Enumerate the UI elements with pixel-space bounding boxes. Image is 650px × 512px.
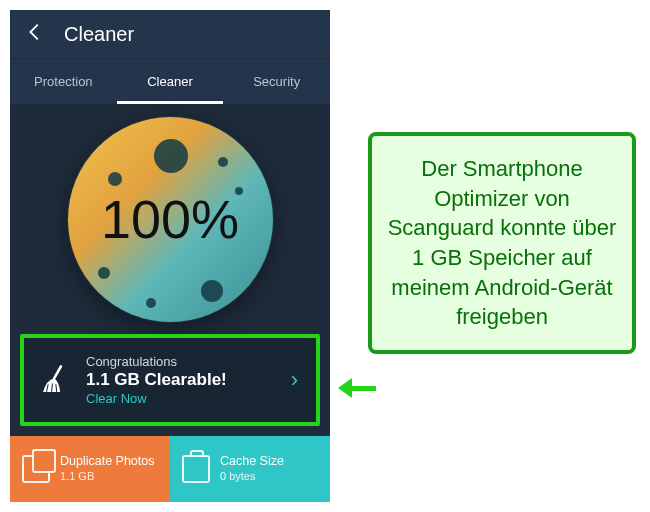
hero: 100% <box>10 104 330 334</box>
back-icon[interactable] <box>24 21 46 47</box>
clear-now-link[interactable]: Clear Now <box>86 391 277 406</box>
tab-cleaner[interactable]: Cleaner <box>117 59 224 104</box>
tile-duplicate-photos[interactable]: Duplicate Photos 1.1 GB <box>10 436 170 502</box>
folder-icon <box>182 455 210 483</box>
progress-disc: 100% <box>68 117 273 322</box>
chevron-right-icon[interactable]: › <box>291 367 302 393</box>
tile-cache-size[interactable]: Cache Size 0 bytes <box>170 436 330 502</box>
tab-security[interactable]: Security <box>223 59 330 104</box>
tab-protection[interactable]: Protection <box>10 59 117 104</box>
page-title: Cleaner <box>64 23 134 46</box>
progress-percent: 100% <box>68 117 273 322</box>
scan-result-text: Congratulations 1.1 GB Clearable! Clear … <box>86 354 277 406</box>
tabs: Protection Cleaner Security <box>10 58 330 104</box>
annotation-arrow <box>338 378 376 398</box>
tile-title: Cache Size <box>220 454 284 470</box>
titlebar: Cleaner <box>10 10 330 58</box>
scan-clearable-value: 1.1 GB Clearable! <box>86 370 277 390</box>
broom-icon <box>38 363 72 397</box>
annotation-callout: Der Smartphone Optimizer von Scanguard k… <box>368 132 636 354</box>
tile-subtitle: 0 bytes <box>220 470 284 484</box>
callout-text: Der Smartphone Optimizer von Scanguard k… <box>388 156 617 329</box>
app-screenshot: Cleaner Protection Cleaner Security 100% <box>10 10 330 502</box>
duplicate-photos-icon <box>22 455 50 483</box>
tile-title: Duplicate Photos <box>60 454 155 470</box>
scan-result-card[interactable]: Congratulations 1.1 GB Clearable! Clear … <box>20 334 320 426</box>
bottom-tiles: Duplicate Photos 1.1 GB Cache Size 0 byt… <box>10 436 330 502</box>
tile-subtitle: 1.1 GB <box>60 470 155 484</box>
scan-congrats-label: Congratulations <box>86 354 277 369</box>
arrow-shaft <box>346 386 376 391</box>
